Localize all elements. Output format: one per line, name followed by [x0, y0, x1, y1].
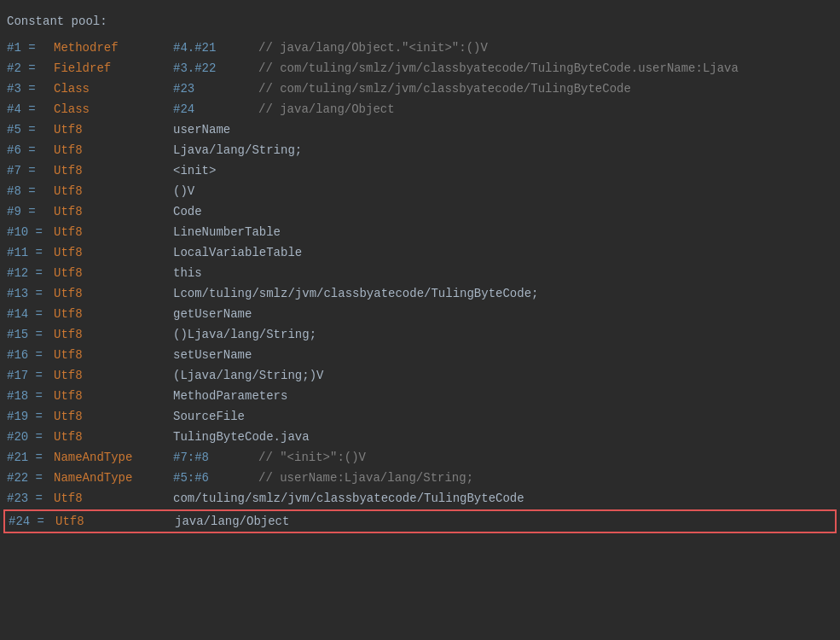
constant-pool-entry: #1 = Methodref#4.#21 // java/lang/Object…	[0, 38, 840, 58]
constant-pool-entry: #20 = Utf8TulingByteCode.java	[0, 427, 840, 447]
entry-ref: #24	[173, 100, 258, 119]
entry-comment: // userName:Ljava/lang/String;	[258, 468, 473, 487]
constant-pool-entry: #10 = Utf8LineNumberTable	[0, 222, 840, 242]
entry-number: #16 =	[7, 346, 54, 364]
constant-pool-entry: #2 = Fieldref#3.#22 // com/tuling/smlz/j…	[0, 58, 840, 79]
entry-number: #2 =	[7, 59, 54, 78]
entry-type: NameAndType	[54, 468, 173, 487]
entry-value: TulingByteCode.java	[173, 428, 310, 446]
entry-number: #22 =	[7, 468, 54, 487]
entry-type: Methodref	[54, 38, 173, 57]
entry-type: Utf8	[54, 366, 173, 385]
entry-value: (Ljava/lang/String;)V	[173, 366, 323, 385]
entry-type: Utf8	[54, 161, 173, 180]
entry-number: #13 =	[7, 284, 54, 303]
constant-pool-entry: #13 = Utf8Lcom/tuling/smlz/jvm/classbyat…	[0, 283, 840, 304]
entry-type: Class	[54, 100, 173, 119]
entry-number: #14 =	[7, 305, 54, 323]
entry-number: #10 =	[7, 223, 54, 241]
constant-pool-entry: #16 = Utf8setUserName	[0, 345, 840, 365]
entry-type: Fieldref	[54, 59, 173, 78]
entry-value: ()V	[173, 182, 194, 201]
entry-value: java/lang/Object	[175, 512, 289, 531]
entry-type: Class	[54, 79, 173, 98]
constant-pool-entry: #12 = Utf8this	[0, 263, 840, 283]
entry-type: Utf8	[54, 223, 173, 241]
entry-type: Utf8	[54, 407, 173, 426]
entry-number: #15 =	[7, 325, 54, 344]
constant-pool-entry: #3 = Class#23 // com/tuling/smlz/jvm/cla…	[0, 79, 840, 99]
constant-pool-entry: #23 = Utf8com/tuling/smlz/jvm/classbyate…	[0, 488, 840, 509]
entry-number: #12 =	[7, 264, 54, 282]
entry-number: #3 =	[7, 79, 54, 98]
entry-value: setUserName	[173, 346, 252, 364]
entry-value: Code	[173, 202, 202, 221]
entry-number: #8 =	[7, 182, 54, 201]
entry-value: this	[173, 264, 202, 282]
entry-number: #20 =	[7, 428, 54, 446]
entry-number: #17 =	[7, 366, 54, 385]
entry-ref: #7:#8	[173, 448, 258, 467]
entry-ref: #23	[173, 79, 258, 98]
entry-type: Utf8	[54, 284, 173, 303]
constant-pool-entry: #4 = Class#24 // java/lang/Object	[0, 99, 840, 119]
entry-ref: #5:#6	[173, 468, 258, 487]
entry-value: userName	[173, 120, 230, 139]
entry-number: #11 =	[7, 243, 54, 262]
entry-value: Ljava/lang/String;	[173, 141, 302, 160]
entry-value: <init>	[173, 161, 216, 180]
entry-number: #21 =	[7, 448, 54, 467]
constant-pool-entry: #19 = Utf8SourceFile	[0, 406, 840, 427]
constant-pool-entry: #21 = NameAndType#7:#8 // "<init>":()V	[0, 447, 840, 468]
constant-pool-entry: #17 = Utf8(Ljava/lang/String;)V	[0, 365, 840, 386]
entry-value: LocalVariableTable	[173, 243, 302, 262]
entry-number: #4 =	[7, 100, 54, 119]
constant-pool-entry: #15 = Utf8()Ljava/lang/String;	[0, 324, 840, 345]
entry-value: Lcom/tuling/smlz/jvm/classbyatecode/Tuli…	[173, 284, 538, 303]
entry-type: Utf8	[55, 512, 175, 531]
entry-value: getUserName	[173, 305, 252, 323]
constant-pool-entry: #11 = Utf8LocalVariableTable	[0, 242, 840, 263]
entry-type: Utf8	[54, 428, 173, 446]
constant-pool-entry: #24 = Utf8java/lang/Object	[3, 509, 837, 533]
entry-comment: // "<init>":()V	[258, 448, 366, 467]
entry-type: Utf8	[54, 325, 173, 344]
constant-pool-entry: #18 = Utf8MethodParameters	[0, 386, 840, 406]
entry-type: Utf8	[54, 243, 173, 262]
entry-value: MethodParameters	[173, 387, 287, 405]
constant-pool-entry: #9 = Utf8Code	[0, 201, 840, 222]
entry-value: LineNumberTable	[173, 223, 281, 241]
constant-pool-entry: #14 = Utf8getUserName	[0, 304, 840, 324]
entry-value: SourceFile	[173, 407, 245, 426]
entry-comment: // java/lang/Object	[258, 100, 395, 119]
entry-type: Utf8	[54, 120, 173, 139]
constant-pool-entry: #22 = NameAndType#5:#6 // userName:Ljava…	[0, 468, 840, 488]
entry-type: Utf8	[54, 305, 173, 323]
constant-pool-entry: #6 = Utf8Ljava/lang/String;	[0, 140, 840, 160]
entry-number: #19 =	[7, 407, 54, 426]
entry-number: #1 =	[7, 38, 54, 57]
entry-type: Utf8	[54, 182, 173, 201]
entry-number: #23 =	[7, 489, 54, 508]
entry-value: com/tuling/smlz/jvm/classbyatecode/Tulin…	[173, 489, 524, 508]
entry-number: #6 =	[7, 141, 54, 160]
entry-number: #7 =	[7, 161, 54, 180]
constant-pool-entry: #5 = Utf8userName	[0, 119, 840, 140]
entry-type: Utf8	[54, 264, 173, 282]
entry-type: Utf8	[54, 489, 173, 508]
entry-ref: #3.#22	[173, 59, 258, 78]
entry-type: Utf8	[54, 387, 173, 405]
entry-ref: #4.#21	[173, 38, 258, 57]
entry-type: Utf8	[54, 202, 173, 221]
constant-pool-entry: #8 = Utf8()V	[0, 181, 840, 201]
entry-value: ()Ljava/lang/String;	[173, 325, 316, 344]
entry-type: Utf8	[54, 141, 173, 160]
entry-number: #5 =	[7, 120, 54, 139]
entry-type: Utf8	[54, 346, 173, 364]
entry-number: #18 =	[7, 387, 54, 405]
entry-comment: // java/lang/Object."<init>":()V	[258, 38, 488, 57]
entry-type: NameAndType	[54, 448, 173, 467]
code-container: Constant pool: #1 = Methodref#4.#21 // j…	[0, 0, 840, 640]
entry-comment: // com/tuling/smlz/jvm/classbyatecode/Tu…	[258, 79, 631, 98]
entry-number: #24 =	[9, 512, 55, 531]
